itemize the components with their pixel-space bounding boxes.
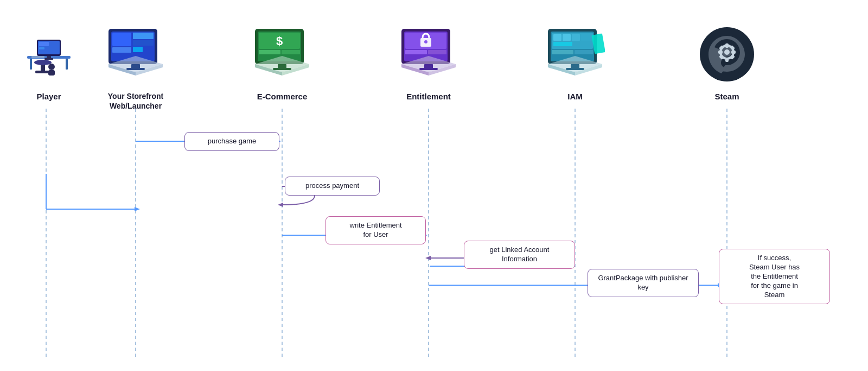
player-icon-svg: [22, 30, 76, 79]
diagram-container: Player Your: [0, 0, 868, 371]
svg-rect-65: [566, 68, 584, 70]
process-payment-box: process payment: [285, 177, 380, 196]
svg-rect-26: [126, 68, 145, 70]
svg-rect-59: [575, 50, 593, 54]
col-steam: Steam: [694, 0, 760, 371]
svg-rect-8: [39, 42, 49, 46]
svg-rect-37: [273, 68, 291, 70]
svg-rect-1: [35, 71, 50, 73]
steam-label: Steam: [714, 91, 739, 102]
svg-rect-25: [131, 64, 140, 68]
svg-rect-5: [66, 59, 68, 70]
svg-rect-58: [552, 50, 573, 54]
storefront-icon-svg: [106, 26, 165, 83]
svg-rect-43: [405, 50, 427, 54]
if-success-box: If success,Steam User hasthe Entitlement…: [719, 249, 830, 304]
col-player: Player: [16, 0, 81, 371]
svg-rect-71: [718, 51, 723, 54]
svg-rect-18: [112, 47, 131, 53]
iam-icon-svg: [545, 26, 605, 83]
svg-rect-49: [419, 68, 438, 70]
svg-point-68: [724, 49, 730, 55]
svg-text:$: $: [276, 34, 283, 48]
svg-point-13: [48, 64, 55, 70]
svg-rect-21: [133, 47, 143, 52]
ecommerce-icon: $: [250, 22, 315, 87]
storefront-icon: [103, 22, 168, 87]
svg-rect-36: [278, 64, 286, 68]
svg-rect-54: [563, 34, 571, 41]
svg-point-2: [34, 60, 52, 65]
svg-rect-44: [428, 50, 446, 54]
svg-rect-32: [282, 50, 300, 54]
steam-icon: [694, 22, 760, 87]
svg-rect-53: [553, 34, 561, 41]
svg-rect-4: [30, 59, 32, 70]
svg-rect-20: [133, 40, 154, 46]
svg-rect-48: [424, 64, 433, 68]
col-storefront: Your StorefrontWeb/Launcher: [103, 0, 168, 371]
col-iam: IAM: [542, 0, 608, 371]
svg-rect-12: [31, 56, 44, 58]
svg-rect-19: [133, 33, 154, 39]
svg-rect-9: [39, 47, 44, 49]
entitlement-icon-svg: [399, 26, 458, 83]
grant-package-box: GrantPackage with publisher key: [588, 269, 699, 297]
svg-rect-64: [571, 64, 579, 68]
svg-rect-69: [725, 43, 729, 48]
player-icon: [16, 22, 81, 87]
svg-rect-57: [553, 42, 572, 46]
svg-rect-72: [731, 51, 736, 54]
get-linked-box: get Linked AccountInformation: [464, 241, 575, 269]
entitlement-label: Entitlement: [406, 91, 451, 102]
svg-rect-31: [259, 50, 280, 54]
iam-label: IAM: [567, 91, 583, 102]
svg-point-42: [424, 40, 427, 43]
storefront-label: Your StorefrontWeb/Launcher: [108, 91, 163, 111]
player-label: Player: [36, 91, 61, 102]
steam-icon-svg: [697, 26, 757, 83]
svg-rect-17: [112, 33, 131, 46]
col-entitlement: Entitlement: [396, 0, 461, 371]
purchase-game-box: purchase game: [184, 132, 279, 151]
ecommerce-icon-svg: $: [252, 26, 312, 83]
svg-rect-11: [44, 58, 53, 60]
svg-rect-14: [48, 70, 55, 76]
svg-rect-55: [572, 34, 580, 41]
svg-rect-56: [581, 34, 592, 41]
write-entitlement-box: write Entitlementfor User: [326, 216, 426, 244]
ecommerce-label: E-Commerce: [257, 91, 308, 102]
iam-icon: [542, 22, 608, 87]
svg-rect-70: [725, 58, 729, 62]
entitlement-icon: [396, 22, 461, 87]
